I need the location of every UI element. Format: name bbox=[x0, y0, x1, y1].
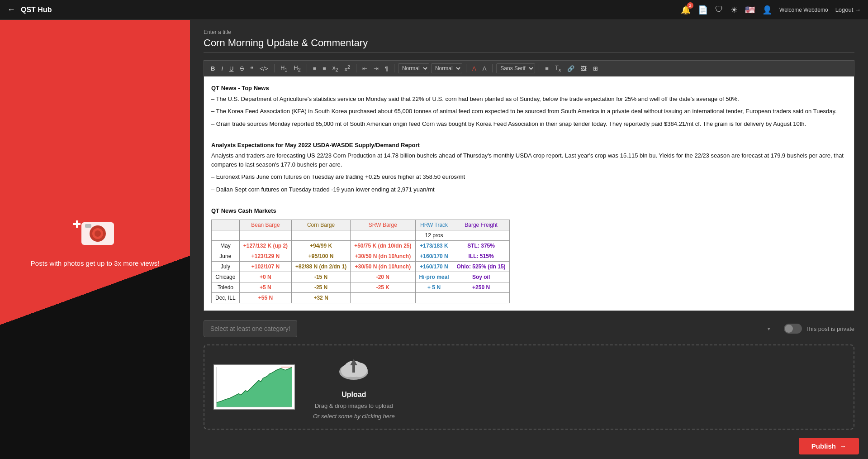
separator-4 bbox=[394, 64, 394, 72]
separator-7 bbox=[539, 64, 539, 72]
ol-button[interactable]: ≡ bbox=[320, 64, 328, 73]
subheader-12pros: 12 pros bbox=[415, 230, 453, 241]
row-june-hrw: +160/170 N bbox=[415, 251, 453, 262]
private-label: This post is private bbox=[806, 325, 854, 332]
document-icon[interactable]: 📄 bbox=[698, 5, 708, 15]
code-button[interactable]: </> bbox=[257, 64, 270, 73]
h1-button[interactable]: H1 bbox=[278, 63, 289, 73]
row-dec-label: Dec, ILL bbox=[212, 293, 240, 303]
col-hrw-track: HRW Track bbox=[415, 220, 453, 230]
superscript-button[interactable]: x2 bbox=[342, 63, 352, 73]
strikethrough-button[interactable]: S bbox=[237, 64, 246, 73]
indent-left-button[interactable]: ⇤ bbox=[360, 64, 370, 73]
row-chicago-hrw: Hi-pro meal bbox=[415, 272, 453, 282]
section3-title: QT News Cash Markets bbox=[211, 206, 847, 215]
col-empty bbox=[212, 220, 240, 230]
app-title: QST Hub bbox=[21, 6, 52, 14]
row-june-barge: ILL: 515% bbox=[453, 251, 509, 262]
header: ← QST Hub 🔔 2 📄 🛡 ☀ 🇺🇸 👤 Welcome Webdemo… bbox=[0, 0, 868, 20]
subheader-empty2 bbox=[239, 230, 291, 241]
cash-markets-table: Bean Barge Corn Barge SRW Barge HRW Trac… bbox=[211, 220, 510, 303]
header-right: 🔔 2 📄 🛡 ☀ 🇺🇸 👤 Welcome Webdemo Logout → bbox=[681, 5, 861, 15]
indent-right-button[interactable]: ⇥ bbox=[371, 64, 381, 73]
upload-area[interactable]: Upload Drag & drop images to upload Or s… bbox=[204, 344, 854, 430]
row-may-hrw: +173/183 K bbox=[415, 241, 453, 251]
svg-rect-1 bbox=[73, 223, 81, 225]
subheader-empty4 bbox=[351, 230, 415, 241]
paragraph-button[interactable]: ¶ bbox=[383, 64, 390, 73]
private-toggle: This post is private bbox=[784, 324, 854, 334]
font-family-select[interactable]: Sans Serif bbox=[496, 63, 535, 73]
subscript-button[interactable]: x2 bbox=[330, 63, 341, 73]
title-label: Enter a title bbox=[204, 29, 854, 35]
subheader-empty bbox=[212, 230, 240, 241]
row-dec-srw bbox=[351, 293, 415, 303]
notification-icon[interactable]: 🔔 2 bbox=[681, 5, 691, 15]
svg-rect-6 bbox=[85, 224, 91, 228]
row-june-corn: +95/100 N bbox=[292, 251, 351, 262]
header-left: ← QST Hub bbox=[7, 5, 52, 14]
subheader-empty5 bbox=[453, 230, 509, 241]
image-button[interactable]: 🖼 bbox=[579, 64, 589, 73]
publish-label: Publish bbox=[811, 442, 836, 450]
row-may-corn: +94/99 K bbox=[292, 241, 351, 251]
font-color-button[interactable]: A bbox=[470, 64, 479, 73]
content-line3: – Grain trade sources Monday reported 65… bbox=[211, 120, 847, 129]
row-june-srw: +30/50 N (dn 10/unch) bbox=[351, 251, 415, 262]
row-toledo-label: Toledo bbox=[212, 282, 240, 293]
row-toledo-srw: -25 K bbox=[351, 282, 415, 293]
col-corn-barge: Corn Barge bbox=[292, 220, 351, 230]
row-toledo-hrw: + 5 N bbox=[415, 282, 453, 293]
user-icon[interactable]: 👤 bbox=[762, 5, 772, 15]
row-chicago-bean: +0 N bbox=[239, 272, 291, 282]
publish-button[interactable]: Publish → bbox=[799, 438, 859, 454]
h2-button[interactable]: H2 bbox=[291, 63, 303, 73]
link-button[interactable]: 🔗 bbox=[565, 64, 577, 73]
section1-title: QT News - Top News bbox=[211, 84, 847, 93]
table-row-chicago: Chicago +0 N -15 N -20 N Hi-pro meal Soy… bbox=[212, 272, 510, 282]
row-may-barge: STL: 375% bbox=[453, 241, 509, 251]
quote-button[interactable]: ❝ bbox=[248, 64, 256, 73]
font-size-select[interactable]: Normal bbox=[431, 63, 462, 73]
camera-upload-area[interactable] bbox=[72, 212, 118, 250]
italic-button[interactable]: I bbox=[219, 64, 225, 73]
content-line5: – Euronext Paris June corn futures on Tu… bbox=[211, 172, 847, 182]
upload-title: Upload bbox=[342, 391, 366, 399]
ul-button[interactable]: ≡ bbox=[311, 64, 319, 73]
separator-5 bbox=[466, 64, 466, 72]
cloud-upload-icon bbox=[336, 354, 372, 387]
notification-badge: 2 bbox=[687, 2, 693, 9]
separator-2 bbox=[307, 64, 307, 72]
upload-subtitle: Drag & drop images to upload bbox=[315, 402, 393, 409]
font-highlight-button[interactable]: A bbox=[480, 64, 489, 73]
table-row-toledo: Toledo +5 N -25 N -25 K + 5 N +250 N bbox=[212, 282, 510, 293]
row-dec-hrw bbox=[415, 293, 453, 303]
brightness-icon[interactable]: ☀ bbox=[730, 5, 738, 15]
logout-button[interactable]: Logout → bbox=[835, 6, 861, 13]
title-input[interactable] bbox=[204, 37, 854, 53]
clear-format-button[interactable]: Tx bbox=[553, 63, 563, 73]
subheader-empty3 bbox=[292, 230, 351, 241]
editor-body[interactable]: QT News - Top News – The U.S. Department… bbox=[204, 76, 854, 311]
shield-icon[interactable]: 🛡 bbox=[715, 5, 723, 14]
row-chicago-label: Chicago bbox=[212, 272, 240, 282]
row-july-corn: +82/88 N (dn 2/dn 1) bbox=[292, 262, 351, 272]
table-row-june: June +123/129 N +95/100 N +30/50 N (dn 1… bbox=[212, 251, 510, 262]
table-button[interactable]: ⊞ bbox=[591, 64, 600, 73]
col-barge-freight: Barge Freight bbox=[453, 220, 509, 230]
underline-button[interactable]: U bbox=[227, 64, 236, 73]
promo-text: Posts with photos get up to 3x more view… bbox=[31, 259, 159, 267]
private-toggle-switch[interactable] bbox=[784, 324, 802, 334]
row-toledo-bean: +5 N bbox=[239, 282, 291, 293]
style-select[interactable]: Normal bbox=[398, 63, 429, 73]
bold-button[interactable]: B bbox=[209, 64, 217, 73]
content-line6: – Dalian Sept corn futures on Tuesday tr… bbox=[211, 185, 847, 194]
back-button[interactable]: ← bbox=[7, 5, 15, 14]
left-panel: Posts with photos get up to 3x more view… bbox=[0, 20, 190, 459]
align-button[interactable]: ≡ bbox=[543, 64, 551, 73]
row-chicago-corn: -15 N bbox=[292, 272, 351, 282]
category-select[interactable]: Select at least one category! bbox=[204, 320, 297, 337]
flag-icon[interactable]: 🇺🇸 bbox=[745, 5, 755, 15]
row-july-label: July bbox=[212, 262, 240, 272]
svg-point-5 bbox=[95, 230, 101, 237]
